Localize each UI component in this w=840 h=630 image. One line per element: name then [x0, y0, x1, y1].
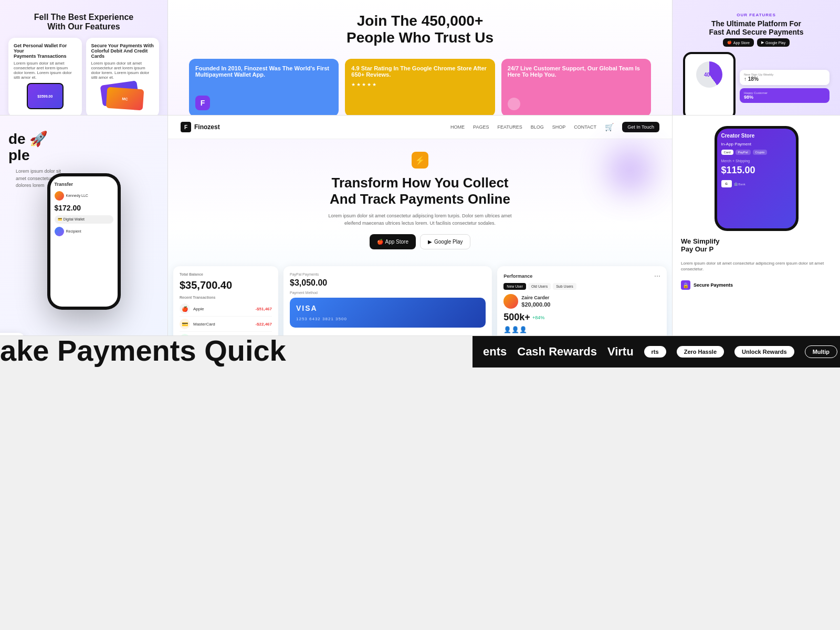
mid-right-panel: Creator Store In-App Payment Card PayPal… — [672, 116, 840, 336]
mid-left-panel: de 🚀 ple Lorem ipsum dolor sit amet cons… — [0, 116, 168, 336]
earnings-growth: +84% — [532, 315, 544, 320]
nav-items: HOME PAGES FEATURES BLOG SHOP CONTACT 🛒 … — [450, 122, 659, 132]
badge-founded-text: Founded In 2010, Finozest Was The World'… — [195, 65, 332, 78]
app-store-label: App Store — [733, 41, 750, 45]
top-left-title: Fell The Best Experience With Our Featur… — [34, 13, 133, 32]
hero-blob — [609, 150, 651, 192]
sub-users-tab[interactable]: Sub Users — [553, 283, 576, 290]
new-user-tab[interactable]: New User — [503, 283, 526, 290]
get-in-touch-btn[interactable]: Get In Touch — [622, 122, 659, 132]
wallet-card: Get Personal Wallet For Your Payments Tr… — [8, 38, 82, 116]
our-features-label: OUR FEATURES — [737, 13, 776, 17]
apple-icon: 🍎 — [727, 40, 732, 45]
ultimate-platform-title: The Ultimate Platform For Fast And Secur… — [709, 19, 804, 36]
google-play-label: Google Play — [765, 41, 785, 45]
logo-name: Finozest — [194, 123, 220, 131]
crypto-tab[interactable]: Crypto — [753, 150, 768, 155]
ticker-tag-unlock: Unlock Rewards — [734, 346, 794, 358]
trust-heading: Join The 450,000+ People Who Trust Us — [346, 13, 494, 46]
top-left-panel: Fell The Best Experience With Our Featur… — [0, 0, 168, 116]
progress-pct: 40% — [704, 72, 715, 78]
nav-home[interactable]: HOME — [450, 124, 465, 130]
phone-amount: $3599.00 — [37, 94, 52, 98]
tx-apple: 🍎 Apple -$51,467 — [180, 301, 272, 317]
perf-label: Performance — [503, 274, 532, 279]
user-row: Kennedy LLC — [55, 191, 113, 201]
pay-amount: $3,050.00 — [290, 278, 486, 288]
paypal-tab[interactable]: PayPal — [736, 150, 751, 155]
app-store-btn[interactable]: 🍎 App Store — [723, 38, 754, 47]
perf-header-row: Performance ⋯ — [503, 272, 660, 280]
transfer-amount: $172.00 — [55, 204, 113, 212]
tx-apple-name: Apple — [193, 307, 255, 311]
card-mockup-card: Secure Your Payments With Colorful Debit… — [86, 38, 160, 116]
google-play-hero-btn[interactable]: ▶ Google Play — [420, 234, 470, 249]
app-store-hero-btn[interactable]: 🍎 App Store — [370, 234, 416, 249]
bank-label: 🏦 Bank — [734, 182, 746, 186]
phone-dashboard: 40% New Sign Up Weekly ↑ 18% Happy Custo… — [683, 52, 830, 116]
user-full-name: Zaire Carder — [521, 295, 550, 300]
make-payments-text: ake Payments Quick — [0, 334, 286, 367]
visa-label: VISA — [296, 304, 479, 312]
creator-store-title: Creator Store — [721, 133, 792, 139]
badge-support-text: 24/7 Live Customer Support, Our Global T… — [508, 65, 645, 78]
nav-blog[interactable]: BLOG — [531, 124, 544, 130]
shield-icon: 🔒 — [681, 280, 690, 290]
user-info: Zaire Carder $20,000.00 — [503, 294, 660, 309]
debit-card-2: MC — [106, 87, 144, 111]
hero-title: Transform How You Collect And Track Paym… — [330, 175, 510, 207]
nav-shop[interactable]: SHOP — [552, 124, 566, 130]
google-play-btn[interactable]: ▶ Google Play — [757, 38, 790, 47]
hero-buttons: 🍎 App Store ▶ Google Play — [370, 234, 471, 249]
secure-payment-sub: Lorem ipsum dolor sit amet consectetur a… — [681, 260, 832, 272]
phone-screen-right: 40% — [685, 54, 733, 116]
payment-method-panel: PayPal Payments $3,050.00 Payment Method… — [284, 266, 492, 336]
transfer-label: Transfer — [55, 182, 113, 187]
dashboard-preview: Total Balance $35,700.40 Recent Transact… — [168, 266, 672, 336]
visa-number: 1253 6432 3821 3500 — [296, 317, 479, 321]
user-balance2: $20,000.00 — [521, 301, 550, 308]
perf-more-icon[interactable]: ⋯ — [654, 272, 660, 280]
side-line1: de 🚀 — [8, 131, 48, 147]
simplify-title: We Simplify Pay Our P — [681, 237, 832, 253]
apple-icon-tx: 🍎 — [180, 303, 190, 314]
in-app-payment-label: In-App Payment — [721, 142, 792, 146]
phone-mockup-1: $3599.00 — [27, 83, 64, 109]
creator-phone: Creator Store In-App Payment Card PayPal… — [715, 126, 799, 231]
paypal-header: PayPal Payments — [290, 272, 486, 276]
app-store-buttons: 🍎 App Store ▶ Google Play — [723, 38, 790, 47]
card2-title: Secure Your Payments With Colorful Debit… — [91, 43, 154, 59]
finozest-logo-badge: F — [195, 96, 210, 110]
hero-section: ⚡ Transform How You Collect And Track Pa… — [168, 139, 672, 266]
logo-box: F — [181, 122, 191, 132]
tx-apple-amount: -$51,467 — [255, 307, 272, 311]
old-users-tab[interactable]: Old Users — [528, 283, 551, 290]
side-line2: ple — [8, 147, 29, 163]
cards-stack: VISA MC — [99, 83, 146, 112]
google-play-hero-label: Google Play — [434, 239, 463, 245]
merch-label: Merch + Shipping — [721, 159, 792, 163]
nav-contact[interactable]: CONTACT — [574, 124, 596, 130]
side-text: de 🚀 ple — [8, 131, 48, 164]
card-tab[interactable]: Card — [721, 150, 733, 155]
make-payments-overlay: ake Payments Quick — [0, 336, 286, 365]
progress-section: 40% — [688, 61, 730, 88]
ticker-banner: ents Cash Rewards Virtu rts Zero Hassle … — [472, 336, 840, 368]
star-rating: ★ ★ ★ ★ ★ — [351, 82, 488, 87]
ticker-tag-4: Multip — [805, 345, 837, 358]
trust-badges: Founded In 2010, Finozest Was The World'… — [189, 59, 651, 116]
phone-transfer-screen: Transfer Kennedy LLC $172.00 💳 Digital W… — [50, 176, 118, 307]
earnings-row: 500k+ +84% — [503, 312, 660, 323]
badge-support: 24/7 Live Customer Support, Our Global T… — [501, 59, 651, 116]
perf-tabs: New User Old Users Sub Users — [503, 283, 660, 290]
nav-pages[interactable]: PAGES — [473, 124, 489, 130]
performance-panel: Performance ⋯ New User Old Users Sub Use… — [497, 266, 667, 336]
avatar-row: 👤👤👤 View All → — [503, 326, 660, 336]
earnings-500k: 500k+ — [503, 312, 530, 323]
nav-features[interactable]: FEATURES — [497, 124, 522, 130]
tx-mc-amount: -$22,467 — [255, 322, 272, 327]
floating-cards: New Sign Up Weekly ↑ 18% Happy Customer … — [740, 70, 830, 103]
finozest-navbar: F Finozest HOME PAGES FEATURES BLOG SHOP… — [168, 116, 672, 139]
total-balance-label: Total Balance — [180, 272, 272, 276]
cart-icon[interactable]: 🛒 — [605, 123, 614, 131]
